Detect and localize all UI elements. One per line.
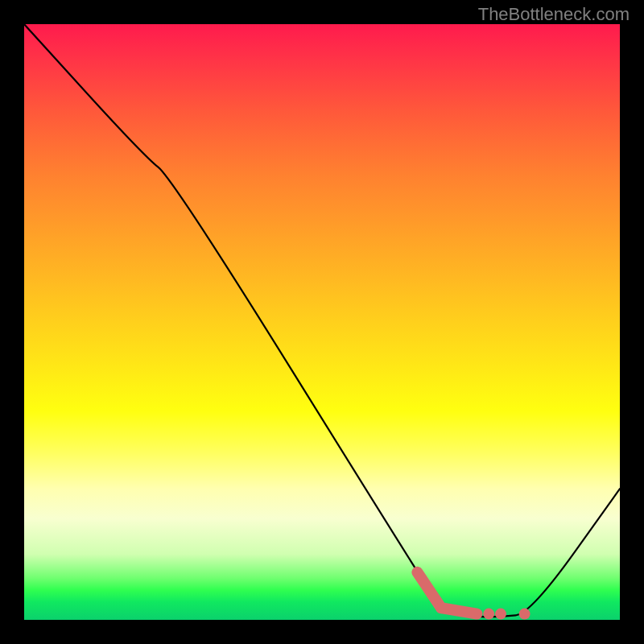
marker-dot [483,609,494,620]
chart-svg [24,24,620,620]
plot-area [24,24,620,620]
highlight-markers [417,572,530,620]
bottleneck-curve [24,24,620,617]
marker-dot [495,609,506,620]
marker-segment [441,608,477,613]
marker-dot [519,609,530,620]
watermark-text: TheBottleneck.com [478,4,630,25]
chart-container: TheBottleneck.com [0,0,644,644]
marker-segment [417,572,441,608]
